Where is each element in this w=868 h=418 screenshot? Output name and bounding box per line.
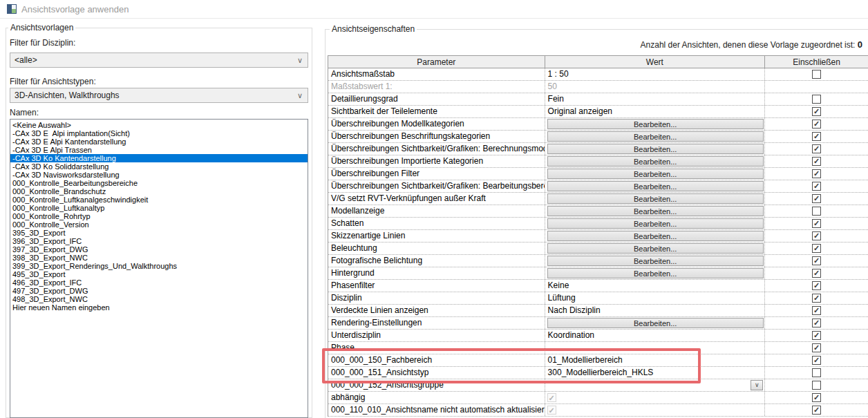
value-cell: Bearbeiten... <box>545 218 765 229</box>
include-checkbox[interactable]: ✓ <box>812 269 821 278</box>
include-checkbox[interactable]: ✓ <box>812 182 821 191</box>
discipline-filter-select[interactable]: <alle> ∨ <box>10 53 308 68</box>
value-cell: Koordination <box>545 330 765 341</box>
include-checkbox[interactable] <box>812 381 821 390</box>
app-icon <box>7 4 17 14</box>
list-item[interactable]: 398_3D_Export_NWC <box>10 254 308 262</box>
include-checkbox[interactable]: ✓ <box>812 157 821 166</box>
parameter-cell: 000_000_151_Ansichtstyp <box>328 367 545 379</box>
list-item[interactable]: -CAx 3D E Alpi Kantendarstellung <box>10 137 308 146</box>
include-checkbox[interactable] <box>812 207 821 216</box>
list-item[interactable]: -CAx 3D Ko Kantendarstellung <box>10 154 308 162</box>
parameter-cell: Ansichtsmaßstab <box>328 68 545 80</box>
value-text: Fein <box>545 94 564 104</box>
include-checkbox[interactable]: ✓ <box>812 107 821 116</box>
include-checkbox[interactable] <box>812 70 821 79</box>
disabled-checkbox: ✓ <box>547 393 556 402</box>
table-row: Sichtbarkeit der TeilelementeOriginal an… <box>328 106 868 118</box>
bearbeiten-button[interactable]: Bearbeiten... <box>547 169 764 179</box>
bearbeiten-button[interactable]: Bearbeiten... <box>547 131 764 142</box>
bearbeiten-button[interactable]: Bearbeiten... <box>547 268 764 278</box>
value-cell: 01_Modellierbereich <box>545 354 765 366</box>
include-checkbox[interactable]: ✓ <box>812 244 821 253</box>
list-item[interactable]: -CAx 3D E Alpi implantation(Sicht) <box>10 129 308 137</box>
value-text: Koordination <box>545 330 594 340</box>
include-checkbox[interactable] <box>812 95 821 104</box>
include-checkbox[interactable]: ✓ <box>812 281 821 290</box>
list-item[interactable]: 000_Kontrolle_Rohrtyp <box>10 212 308 220</box>
bearbeiten-button[interactable]: Bearbeiten... <box>547 181 764 191</box>
bearbeiten-button[interactable]: Bearbeiten... <box>547 231 764 241</box>
bearbeiten-button[interactable]: Bearbeiten... <box>547 206 764 216</box>
list-item[interactable]: Hier neuen Namen eingeben <box>10 303 308 312</box>
parameter-cell: Phasenfilter <box>328 280 545 292</box>
bearbeiten-button[interactable]: Bearbeiten... <box>547 243 764 254</box>
list-item[interactable]: 397_3D_Export_DWG <box>10 245 308 254</box>
parameter-cell: Fotografische Belichtung <box>328 255 545 267</box>
include-checkbox[interactable]: ✓ <box>812 120 821 129</box>
parameter-cell: Rendering-Einstellungen <box>328 317 545 329</box>
bearbeiten-button[interactable]: Bearbeiten... <box>547 144 764 154</box>
chevron-down-icon: ∨ <box>297 88 303 102</box>
include-checkbox[interactable]: ✓ <box>812 306 821 315</box>
list-item[interactable]: 396_3D_Export_IFC <box>10 237 308 245</box>
bearbeiten-button[interactable]: Bearbeiten... <box>547 218 764 229</box>
list-item[interactable]: 399_3D_Export_Renderings_Und_Walkthrough… <box>10 262 308 270</box>
include-checkbox[interactable]: ✓ <box>812 169 821 178</box>
names-listbox[interactable]: <Keine Auswahl>-CAx 3D E Alpi implantati… <box>10 119 308 418</box>
list-item[interactable]: 000_Kontrolle_Brandschutz <box>10 187 308 196</box>
bearbeiten-button[interactable]: Bearbeiten... <box>547 156 764 167</box>
bearbeiten-button[interactable]: Bearbeiten... <box>547 318 764 328</box>
list-item[interactable]: 497_3D_Export_DWG <box>10 287 308 295</box>
include-checkbox[interactable]: ✓ <box>812 219 821 228</box>
include-checkbox[interactable]: ✓ <box>812 343 821 352</box>
list-item[interactable]: 000_Kontrolle_Version <box>10 220 308 229</box>
table-row: Ansichtsmaßstab1 : 50 <box>328 68 868 81</box>
list-item[interactable]: 000_Kontrolle_Luftkanalgeschwindigkeit <box>10 196 308 204</box>
parameter-cell: V/G setzt RVT-Verknüpfungen außer Kraft <box>328 193 545 205</box>
value-cell: 300_Modellierbereich_HKLS <box>545 367 765 379</box>
include-checkbox[interactable]: ✓ <box>812 393 821 402</box>
table-row: 000_000_151_Ansichtstyp300_Modellierbere… <box>328 367 868 379</box>
value-cell: Bearbeiten... <box>545 118 765 130</box>
include-checkbox[interactable]: ✓ <box>812 319 821 327</box>
list-item[interactable]: -CAx 3D Navisworksdarstellung <box>10 171 308 179</box>
bearbeiten-button[interactable]: Bearbeiten... <box>547 193 764 204</box>
list-item[interactable]: 000_Kontrolle_Bearbeitungsbereiche <box>10 179 308 187</box>
parameter-cell: Hintergrund <box>328 267 545 279</box>
include-checkbox[interactable]: ✓ <box>812 144 821 153</box>
parameter-cell: Sichtbarkeit der Teilelemente <box>328 106 545 117</box>
include-checkbox[interactable] <box>812 368 821 377</box>
table-row: Fotografische BelichtungBearbeiten...✓ <box>328 255 868 267</box>
parameter-cell: Verdeckte Linien anzeigen <box>328 305 545 316</box>
value-cell: 1 : 50 <box>545 68 765 80</box>
list-item[interactable]: -CAx 3D Ko Soliddarstellung <box>10 162 308 171</box>
include-checkbox[interactable]: ✓ <box>812 356 821 365</box>
parameter-cell: Maßstabswert 1: <box>328 81 545 93</box>
list-item[interactable]: -CAx 3D E Alpi Trassen <box>10 146 308 154</box>
value-cell: Fein <box>545 93 765 105</box>
list-item[interactable]: 496_3D_Export_IFC <box>10 278 308 287</box>
parameter-cell: abhängig <box>328 392 545 403</box>
include-checkbox[interactable]: ✓ <box>812 256 821 265</box>
value-text: 01_Modellierbereich <box>545 355 623 365</box>
include-checkbox[interactable]: ✓ <box>812 132 821 141</box>
include-checkbox[interactable]: ✓ <box>812 294 821 303</box>
list-item[interactable]: 395_3D_Export <box>10 229 308 237</box>
viewtype-filter-select[interactable]: 3D-Ansichten, Walkthroughs ∨ <box>10 88 308 103</box>
parameter-cell: Disziplin <box>328 292 545 304</box>
include-checkbox[interactable]: ✓ <box>812 406 821 415</box>
include-checkbox[interactable]: ✓ <box>812 231 821 240</box>
bearbeiten-button[interactable]: Bearbeiten... <box>547 256 764 266</box>
list-item[interactable]: 495_3D_Export <box>10 270 308 278</box>
bearbeiten-button[interactable]: Bearbeiten... <box>547 119 764 129</box>
value-cell: ✓ <box>545 392 765 403</box>
list-item[interactable]: 498_3D_Export_NWC <box>10 295 308 303</box>
list-item[interactable]: 000_Kontrolle_Luftkanaltyp <box>10 204 308 212</box>
list-item[interactable]: <Keine Auswahl> <box>10 121 308 129</box>
include-checkbox[interactable]: ✓ <box>812 331 821 340</box>
table-row: Überschreibungen ModellkategorienBearbei… <box>328 118 868 131</box>
table-row: SchattenBearbeiten...✓ <box>328 218 868 230</box>
include-checkbox[interactable]: ✓ <box>812 194 821 203</box>
value-dropdown-button[interactable]: ∨ <box>751 380 763 390</box>
